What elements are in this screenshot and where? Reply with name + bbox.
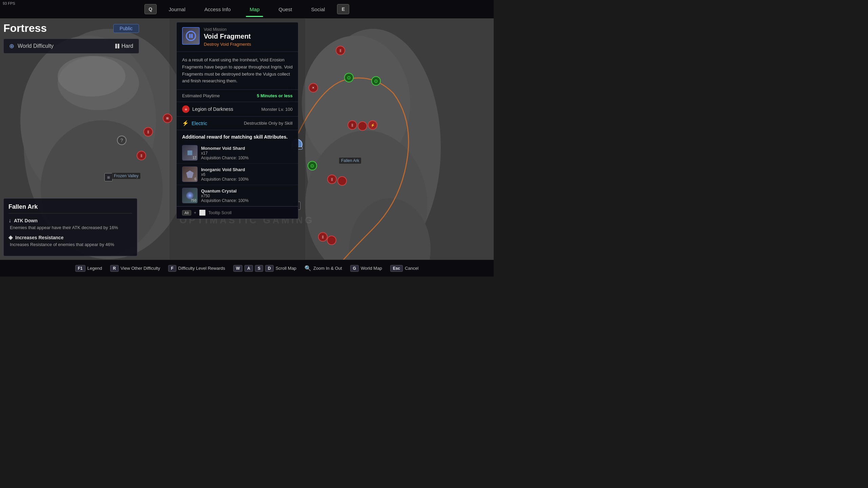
reward-count-2: 6: [194, 177, 196, 181]
legion-icon: ☠: [182, 105, 190, 113]
tab-quest[interactable]: Quest: [269, 4, 302, 14]
frozen-valley-label: Frozen Valley: [112, 173, 140, 179]
bottom-rewards[interactable]: F Difficulty Level Rewards: [168, 265, 225, 272]
map-marker-right-7[interactable]: ||: [318, 232, 328, 242]
electric-icon: ⚡: [182, 120, 189, 126]
tab-map[interactable]: Map: [240, 4, 269, 14]
tab-access-info[interactable]: Access Info: [195, 4, 240, 14]
legion-level: Monster Lv. 100: [261, 107, 293, 112]
g-key: G: [350, 265, 359, 272]
a-key: A: [244, 265, 253, 272]
reward-chance-2: Acquisition Chance: 100%: [201, 177, 249, 182]
diff-bar-2: [118, 44, 119, 48]
resist-icon: ◈: [8, 234, 13, 241]
effect-item-resist: ◈ Increases Resistance Increases Resista…: [8, 234, 132, 247]
reward-name-2: Inorganic Void Shard: [201, 167, 249, 172]
public-badge[interactable]: Public: [113, 24, 139, 33]
difficulty-row[interactable]: ⊕ World Difficulty Hard: [3, 39, 139, 54]
pause-bars: [189, 34, 193, 38]
bottom-cancel[interactable]: Esc Cancel: [390, 265, 419, 272]
map-marker-1[interactable]: ⊞: [163, 114, 172, 123]
map-marker-right-2[interactable]: ✕: [309, 83, 318, 93]
map-marker-green-2[interactable]: ⊙: [371, 76, 381, 86]
bottom-difficulty[interactable]: R View Other Difficulty: [110, 265, 160, 272]
difficulty-bars: [115, 44, 119, 48]
atk-down-icon: ↓: [8, 218, 11, 224]
legion-row: ☠ Legion of Darkness Monster Lv. 100: [177, 102, 298, 117]
bottom-bar: F1 Legend R View Other Difficulty F Diff…: [0, 260, 494, 277]
diff-bar-1: [115, 44, 117, 48]
reward-chance-3: Acquisition Chance: 100%: [201, 198, 249, 203]
resist-desc: Increases Resistance of enemies that app…: [8, 242, 132, 247]
inorganic-shard-icon: [186, 170, 194, 178]
left-panel: Fortress Public ⊕ World Difficulty Hard: [3, 22, 139, 56]
map-marker-3[interactable]: ||: [137, 151, 146, 160]
quantum-crystal-icon: [186, 192, 194, 199]
map-marker-right-3[interactable]: ||: [348, 120, 357, 130]
reward-qty-1: x17: [201, 151, 249, 156]
bottom-legend[interactable]: F1 Legend: [75, 265, 102, 272]
atk-down-desc: Enemies that appear have their ATK decre…: [8, 225, 132, 230]
mission-icon: [182, 27, 200, 45]
fps-counter: 93 FPS: [3, 1, 15, 5]
map-marker-right-8[interactable]: [327, 236, 336, 245]
reward-icon-2: 6: [182, 166, 198, 182]
pause-bar-1: [189, 34, 191, 38]
mission-icon-inner: [186, 31, 196, 41]
zoom-label: Zoom In & Out: [313, 266, 342, 271]
reward-name-3: Quantum Crystal: [201, 188, 249, 194]
reward-icon-1: 17: [182, 145, 198, 161]
esc-key: Esc: [390, 265, 403, 272]
map-marker-red-special[interactable]: ⚡: [368, 120, 377, 130]
map-marker-right-1[interactable]: ||: [336, 46, 345, 55]
top-navigation: 93 FPS Q Journal Access Info Map Quest S…: [0, 0, 494, 19]
bottom-scroll: W A S D Scroll Map: [233, 265, 296, 272]
tab-journal[interactable]: Journal: [159, 4, 195, 14]
reward-icon-3: 750: [182, 188, 198, 203]
tooltip-scroll-label: Tooltip Scroll: [209, 210, 232, 215]
reward-header: Additional reward for matching skill Att…: [177, 130, 298, 142]
tooltip-scroll: Alt + ⬜ Tooltip Scroll: [177, 206, 298, 219]
difficulty-label: World Difficulty: [18, 43, 112, 49]
r-key: R: [110, 265, 119, 272]
reward-info-2: Inorganic Void Shard x6 Acquisition Chan…: [201, 167, 249, 182]
reward-count-1: 17: [193, 156, 196, 160]
fallen-ark-box-title: Fallen Ark: [8, 203, 132, 214]
mission-desc: As a result of Karel using the Ironheart…: [177, 52, 298, 90]
d-key: D: [265, 265, 274, 272]
effect-item-atk: ↓ ATK Down Enemies that appear have thei…: [8, 218, 132, 230]
map-marker-question[interactable]: ?: [117, 136, 126, 145]
reward-qty-2: x6: [201, 172, 249, 177]
zoom-icon: 🔍: [304, 265, 311, 271]
f1-key: F1: [75, 265, 85, 272]
resist-label: Increases Resistance: [15, 235, 63, 240]
svg-point-10: [58, 56, 125, 97]
nav-items-container: Q Journal Access Info Map Quest Social E: [0, 4, 494, 14]
reward-chance-1: Acquisition Chance: 100%: [201, 156, 249, 160]
cancel-label: Cancel: [405, 266, 418, 271]
map-marker-2[interactable]: ||: [143, 127, 153, 137]
bottom-worldmap[interactable]: G World Map: [350, 265, 382, 272]
effect-header-resist: ◈ Increases Resistance: [8, 234, 132, 241]
map-marker-green-1[interactable]: ⊙: [344, 73, 354, 82]
nav-key-q[interactable]: Q: [144, 4, 157, 14]
mission-text-block: Void Mission Void Fragment Destroy Void …: [204, 27, 251, 47]
legend-label: Legend: [87, 266, 102, 271]
tab-social[interactable]: Social: [302, 4, 335, 14]
difficulty-btn-label: View Other Difficulty: [121, 266, 160, 271]
playtime-label: Estimated Playtime: [182, 93, 220, 98]
map-marker-right-5[interactable]: ||: [327, 175, 337, 184]
world-icon: ⊕: [9, 42, 14, 50]
fortress-title: Fortress: [3, 22, 47, 35]
w-key: W: [233, 265, 242, 272]
fallen-ark-box: Fallen Ark ↓ ATK Down Enemies that appea…: [3, 198, 137, 256]
map-marker-green-3[interactable]: ⊙: [308, 161, 317, 170]
fortress-header: Fortress Public: [3, 22, 139, 35]
map-marker-right-6[interactable]: [337, 176, 347, 186]
scroll-icon: ⬜: [199, 209, 206, 216]
map-marker-small-4[interactable]: ⊞: [104, 173, 113, 181]
playtime-value: 5 Minutes or less: [257, 93, 293, 98]
map-marker-right-4[interactable]: [358, 121, 367, 131]
nav-key-e[interactable]: E: [337, 4, 349, 14]
mission-header: Void Mission Void Fragment Destroy Void …: [177, 22, 298, 52]
